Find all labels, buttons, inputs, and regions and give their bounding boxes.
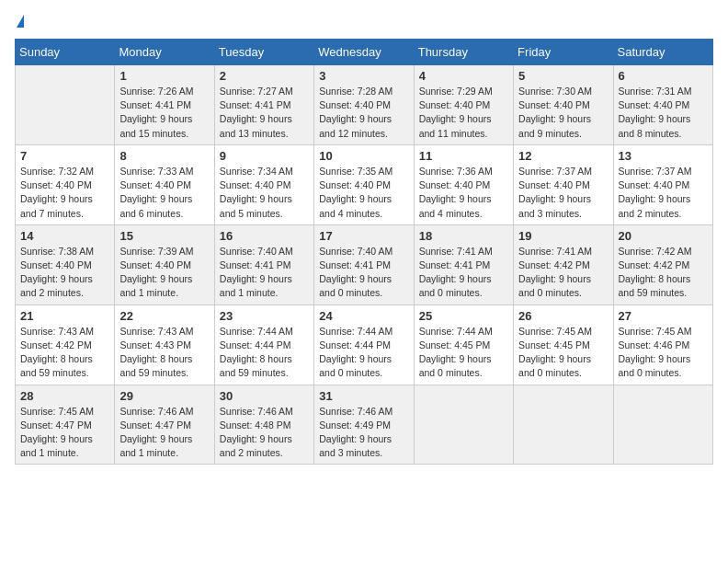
day-info: Sunrise: 7:28 AMSunset: 4:40 PMDaylight:… xyxy=(319,85,408,141)
calendar-cell xyxy=(613,385,712,465)
calendar-week-row: 28Sunrise: 7:45 AMSunset: 4:47 PMDayligh… xyxy=(16,385,713,465)
calendar-cell: 22Sunrise: 7:43 AMSunset: 4:43 PMDayligh… xyxy=(115,304,214,385)
calendar-cell: 29Sunrise: 7:46 AMSunset: 4:47 PMDayligh… xyxy=(115,385,214,465)
day-info: Sunrise: 7:46 AMSunset: 4:49 PMDaylight:… xyxy=(319,405,408,461)
day-number: 7 xyxy=(20,149,109,163)
calendar-table: SundayMondayTuesdayWednesdayThursdayFrid… xyxy=(15,39,713,465)
calendar-cell: 23Sunrise: 7:44 AMSunset: 4:44 PMDayligh… xyxy=(214,304,313,385)
day-number: 9 xyxy=(220,149,309,163)
calendar-cell: 5Sunrise: 7:30 AMSunset: 4:40 PMDaylight… xyxy=(514,65,613,145)
weekday-header: Thursday xyxy=(414,40,513,65)
day-info: Sunrise: 7:33 AMSunset: 4:40 PMDaylight:… xyxy=(119,165,209,221)
day-info: Sunrise: 7:30 AMSunset: 4:40 PMDaylight:… xyxy=(518,85,608,141)
calendar-header-row: SundayMondayTuesdayWednesdayThursdayFrid… xyxy=(16,40,713,65)
calendar-cell: 9Sunrise: 7:34 AMSunset: 4:40 PMDaylight… xyxy=(214,144,313,224)
day-number: 15 xyxy=(119,229,209,243)
day-number: 5 xyxy=(518,69,608,83)
day-number: 28 xyxy=(20,389,109,403)
calendar-cell: 17Sunrise: 7:40 AMSunset: 4:41 PMDayligh… xyxy=(314,224,414,304)
day-number: 2 xyxy=(220,69,309,83)
day-number: 4 xyxy=(419,69,508,83)
weekday-header: Sunday xyxy=(16,40,115,65)
day-info: Sunrise: 7:38 AMSunset: 4:40 PMDaylight:… xyxy=(20,245,109,301)
calendar-cell: 3Sunrise: 7:28 AMSunset: 4:40 PMDaylight… xyxy=(314,65,414,145)
day-info: Sunrise: 7:44 AMSunset: 4:44 PMDaylight:… xyxy=(319,325,408,381)
day-number: 12 xyxy=(518,149,608,163)
calendar-week-row: 7Sunrise: 7:32 AMSunset: 4:40 PMDaylight… xyxy=(16,144,713,224)
page-header xyxy=(15,15,713,28)
calendar-cell: 15Sunrise: 7:39 AMSunset: 4:40 PMDayligh… xyxy=(115,224,214,304)
day-info: Sunrise: 7:37 AMSunset: 4:40 PMDaylight:… xyxy=(619,165,708,221)
calendar-cell: 4Sunrise: 7:29 AMSunset: 4:40 PMDaylight… xyxy=(414,65,513,145)
day-info: Sunrise: 7:41 AMSunset: 4:42 PMDaylight:… xyxy=(518,245,608,301)
weekday-header: Wednesday xyxy=(314,40,414,65)
calendar-cell: 18Sunrise: 7:41 AMSunset: 4:41 PMDayligh… xyxy=(414,224,513,304)
calendar-cell: 16Sunrise: 7:40 AMSunset: 4:41 PMDayligh… xyxy=(214,224,313,304)
day-info: Sunrise: 7:31 AMSunset: 4:40 PMDaylight:… xyxy=(619,85,708,141)
calendar-week-row: 14Sunrise: 7:38 AMSunset: 4:40 PMDayligh… xyxy=(16,224,713,304)
calendar-cell xyxy=(514,385,613,465)
calendar-cell: 14Sunrise: 7:38 AMSunset: 4:40 PMDayligh… xyxy=(16,224,115,304)
day-info: Sunrise: 7:44 AMSunset: 4:44 PMDaylight:… xyxy=(220,325,309,381)
day-number: 21 xyxy=(20,309,109,323)
day-number: 22 xyxy=(119,309,209,323)
day-number: 16 xyxy=(220,229,309,243)
day-info: Sunrise: 7:44 AMSunset: 4:45 PMDaylight:… xyxy=(419,325,508,381)
day-number: 29 xyxy=(119,389,209,403)
day-number: 24 xyxy=(319,309,408,323)
calendar-cell: 19Sunrise: 7:41 AMSunset: 4:42 PMDayligh… xyxy=(514,224,613,304)
calendar-cell: 7Sunrise: 7:32 AMSunset: 4:40 PMDaylight… xyxy=(16,144,115,224)
weekday-header: Tuesday xyxy=(214,40,313,65)
calendar-cell: 24Sunrise: 7:44 AMSunset: 4:44 PMDayligh… xyxy=(314,304,414,385)
day-info: Sunrise: 7:37 AMSunset: 4:40 PMDaylight:… xyxy=(518,165,608,221)
weekday-header: Monday xyxy=(115,40,214,65)
day-number: 11 xyxy=(419,149,508,163)
day-info: Sunrise: 7:45 AMSunset: 4:47 PMDaylight:… xyxy=(20,405,109,461)
day-info: Sunrise: 7:29 AMSunset: 4:40 PMDaylight:… xyxy=(419,85,508,141)
day-number: 10 xyxy=(319,149,408,163)
calendar-cell: 11Sunrise: 7:36 AMSunset: 4:40 PMDayligh… xyxy=(414,144,513,224)
day-number: 6 xyxy=(619,69,708,83)
day-info: Sunrise: 7:40 AMSunset: 4:41 PMDaylight:… xyxy=(220,245,309,301)
day-number: 25 xyxy=(419,309,508,323)
day-number: 13 xyxy=(619,149,708,163)
day-info: Sunrise: 7:32 AMSunset: 4:40 PMDaylight:… xyxy=(20,165,109,221)
day-number: 17 xyxy=(319,229,408,243)
calendar-cell: 27Sunrise: 7:45 AMSunset: 4:46 PMDayligh… xyxy=(613,304,712,385)
day-number: 20 xyxy=(619,229,708,243)
calendar-cell: 10Sunrise: 7:35 AMSunset: 4:40 PMDayligh… xyxy=(314,144,414,224)
day-number: 18 xyxy=(419,229,508,243)
day-info: Sunrise: 7:35 AMSunset: 4:40 PMDaylight:… xyxy=(319,165,408,221)
day-number: 19 xyxy=(518,229,608,243)
calendar-cell: 31Sunrise: 7:46 AMSunset: 4:49 PMDayligh… xyxy=(314,385,414,465)
day-info: Sunrise: 7:45 AMSunset: 4:45 PMDaylight:… xyxy=(518,325,608,381)
day-number: 30 xyxy=(220,389,309,403)
day-number: 3 xyxy=(319,69,408,83)
day-info: Sunrise: 7:45 AMSunset: 4:46 PMDaylight:… xyxy=(619,325,708,381)
calendar-cell: 12Sunrise: 7:37 AMSunset: 4:40 PMDayligh… xyxy=(514,144,613,224)
calendar-cell: 25Sunrise: 7:44 AMSunset: 4:45 PMDayligh… xyxy=(414,304,513,385)
day-info: Sunrise: 7:27 AMSunset: 4:41 PMDaylight:… xyxy=(220,85,309,141)
day-number: 27 xyxy=(619,309,708,323)
calendar-cell: 21Sunrise: 7:43 AMSunset: 4:42 PMDayligh… xyxy=(16,304,115,385)
day-info: Sunrise: 7:36 AMSunset: 4:40 PMDaylight:… xyxy=(419,165,508,221)
calendar-week-row: 1Sunrise: 7:26 AMSunset: 4:41 PMDaylight… xyxy=(16,65,713,145)
day-info: Sunrise: 7:26 AMSunset: 4:41 PMDaylight:… xyxy=(119,85,209,141)
day-info: Sunrise: 7:40 AMSunset: 4:41 PMDaylight:… xyxy=(319,245,408,301)
calendar-cell: 13Sunrise: 7:37 AMSunset: 4:40 PMDayligh… xyxy=(613,144,712,224)
weekday-header: Saturday xyxy=(613,40,712,65)
day-info: Sunrise: 7:43 AMSunset: 4:42 PMDaylight:… xyxy=(20,325,109,381)
day-number: 1 xyxy=(119,69,209,83)
calendar-cell: 8Sunrise: 7:33 AMSunset: 4:40 PMDaylight… xyxy=(115,144,214,224)
calendar-cell xyxy=(16,65,115,145)
day-info: Sunrise: 7:46 AMSunset: 4:48 PMDaylight:… xyxy=(220,405,309,461)
calendar-cell: 30Sunrise: 7:46 AMSunset: 4:48 PMDayligh… xyxy=(214,385,313,465)
day-info: Sunrise: 7:41 AMSunset: 4:41 PMDaylight:… xyxy=(419,245,508,301)
calendar-cell: 2Sunrise: 7:27 AMSunset: 4:41 PMDaylight… xyxy=(214,65,313,145)
day-number: 8 xyxy=(119,149,209,163)
day-info: Sunrise: 7:34 AMSunset: 4:40 PMDaylight:… xyxy=(220,165,309,221)
day-info: Sunrise: 7:39 AMSunset: 4:40 PMDaylight:… xyxy=(119,245,209,301)
logo xyxy=(15,15,24,28)
calendar-cell: 1Sunrise: 7:26 AMSunset: 4:41 PMDaylight… xyxy=(115,65,214,145)
day-number: 14 xyxy=(20,229,109,243)
